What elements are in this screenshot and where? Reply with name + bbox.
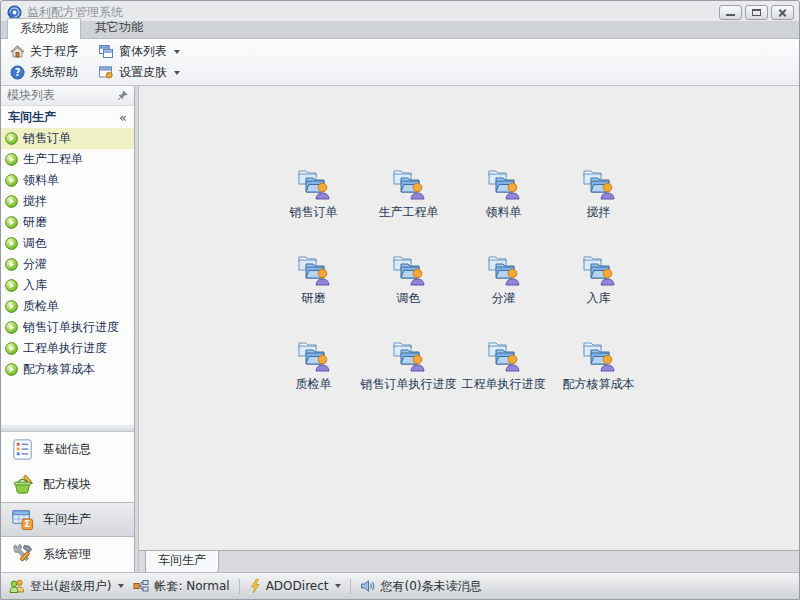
green-arrow-icon [5, 363, 18, 376]
statusbar-separator [350, 579, 351, 594]
production-icon: Σ [11, 508, 34, 531]
skin-icon [98, 65, 114, 80]
shortcut-label: 生产工程单 [379, 204, 439, 221]
sidebar-section-formula-module[interactable]: 配方模块 [1, 467, 134, 502]
sidebar-item[interactable]: 工程单执行进度 [1, 338, 134, 359]
shortcut-item[interactable]: 生产工程单 [361, 168, 456, 221]
folder-user-icon [486, 168, 522, 200]
sidebar-item[interactable]: 配方核算成本 [1, 359, 134, 380]
users-icon [9, 579, 25, 593]
sidebar-item[interactable]: 分灌 [1, 254, 134, 275]
folder-user-icon [486, 254, 522, 286]
maximize-button[interactable] [745, 5, 768, 20]
sidebar-section-workshop-production[interactable]: Σ 车间生产 [1, 502, 134, 537]
shortcut-item[interactable]: 研磨 [266, 254, 361, 307]
green-arrow-icon [5, 279, 18, 292]
shortcut-item[interactable]: 搅拌 [551, 168, 646, 221]
sidebar-item[interactable]: 调色 [1, 233, 134, 254]
shortcut-label: 分灌 [492, 290, 516, 307]
main-panel: 销售订单 [139, 86, 799, 572]
folder-user-icon [296, 254, 332, 286]
folder-user-icon [391, 254, 427, 286]
sidebar-item[interactable]: 搅拌 [1, 191, 134, 212]
shortcut-label: 入库 [587, 290, 611, 307]
statusbar: 登出(超级用户) 帐套: Normal ADODirect 您有(0)条未读消息 [1, 572, 799, 599]
connection-icon [133, 579, 149, 593]
ribbon-tabstrip: 系统功能 其它功能 [1, 21, 799, 38]
statusbar-separator [239, 579, 240, 594]
minimize-icon [726, 14, 735, 16]
green-arrow-icon [5, 153, 18, 166]
logout-menu[interactable]: 登出(超级用户) [9, 578, 124, 595]
sidebar-section-system-management[interactable]: 系统管理 [1, 537, 134, 572]
pin-icon[interactable] [117, 90, 128, 101]
svg-text:?: ? [15, 67, 21, 78]
document-tab-workshop[interactable]: 车间生产 [145, 551, 219, 573]
app-window: 益利配方管理系统 系统功能 其它功能 关于程序 窗体列表 [0, 0, 800, 600]
shortcut-label: 领料单 [486, 204, 522, 221]
shortcut-label: 研磨 [302, 290, 326, 307]
shortcut-item[interactable]: 工程单执行进度 [456, 340, 551, 393]
sidebar-header: 模块列表 [1, 86, 134, 106]
basket-icon [11, 473, 34, 496]
collapse-icon[interactable]: « [119, 110, 127, 125]
shortcut-label: 配方核算成本 [563, 376, 635, 393]
lightning-icon [249, 579, 261, 593]
shortcut-item[interactable]: 销售订单 [266, 168, 361, 221]
sidebar-item[interactable]: 生产工程单 [1, 149, 134, 170]
shortcut-item[interactable]: 调色 [361, 254, 456, 307]
folder-user-icon [486, 340, 522, 372]
about-program-button[interactable]: 关于程序 [7, 42, 81, 61]
green-arrow-icon [5, 132, 18, 145]
shortcut-item[interactable]: 销售订单执行进度 [361, 340, 456, 393]
green-arrow-icon [5, 258, 18, 271]
data-provider-menu[interactable]: ADODirect [249, 579, 342, 593]
sidebar-item[interactable]: 领料单 [1, 170, 134, 191]
sidebar-item[interactable]: 销售订单执行进度 [1, 317, 134, 338]
window-list-button[interactable]: 窗体列表 [95, 42, 183, 61]
group-title: 车间生产 [8, 109, 56, 126]
tools-icon [11, 543, 34, 566]
system-help-button[interactable]: ? 系统帮助 [7, 63, 81, 82]
document-tabstrip: 车间生产 [139, 550, 799, 572]
dropdown-caret-icon [174, 71, 180, 75]
green-arrow-icon [5, 300, 18, 313]
minimize-button[interactable] [719, 5, 742, 20]
list-icon [11, 438, 34, 461]
folder-user-icon [391, 340, 427, 372]
folder-user-icon [296, 168, 332, 200]
sidebar-item[interactable]: 研磨 [1, 212, 134, 233]
maximize-icon [752, 9, 761, 16]
green-arrow-icon [5, 342, 18, 355]
sidebar-group-header: 车间生产 « [1, 106, 134, 128]
shortcut-item[interactable]: 分灌 [456, 254, 551, 307]
module-sidebar: 模块列表 车间生产 « 销售订单 [1, 86, 135, 572]
shortcut-label: 调色 [397, 290, 421, 307]
shortcut-item[interactable]: 领料单 [456, 168, 551, 221]
shortcut-label: 销售订单 [290, 204, 338, 221]
folder-user-icon [391, 168, 427, 200]
set-skin-button[interactable]: 设置皮肤 [95, 63, 183, 82]
sidebar-sections: 基础信息 配方模块 Σ 车间生产 [1, 432, 134, 572]
windows-icon [98, 44, 114, 59]
green-arrow-icon [5, 216, 18, 229]
shortcut-item[interactable]: 质检单 [266, 340, 361, 393]
ribbon-toolbar: 关于程序 窗体列表 ? 系统帮助 设置皮肤 [1, 38, 799, 86]
shortcut-item[interactable]: 入库 [551, 254, 646, 307]
shortcut-grid: 销售订单 [139, 86, 799, 393]
close-button[interactable] [771, 5, 794, 20]
dropdown-caret-icon [118, 584, 124, 588]
sidebar-section-basic-info[interactable]: 基础信息 [1, 432, 134, 467]
tab-other-functions[interactable]: 其它功能 [83, 18, 155, 38]
sidebar-item[interactable]: 销售订单 [1, 128, 134, 149]
account-set-indicator: 帐套: Normal [133, 578, 229, 595]
shortcut-item[interactable]: 配方核算成本 [551, 340, 646, 393]
sidebar-item[interactable]: 入库 [1, 275, 134, 296]
svg-text:Σ: Σ [24, 519, 30, 529]
sidebar-item[interactable]: 质检单 [1, 296, 134, 317]
folder-user-icon [581, 254, 617, 286]
sidebar-splitter[interactable] [1, 425, 134, 432]
unread-messages-indicator[interactable]: 您有(0)条未读消息 [360, 578, 481, 595]
tab-system-functions[interactable]: 系统功能 [7, 18, 81, 39]
folder-user-icon [581, 168, 617, 200]
